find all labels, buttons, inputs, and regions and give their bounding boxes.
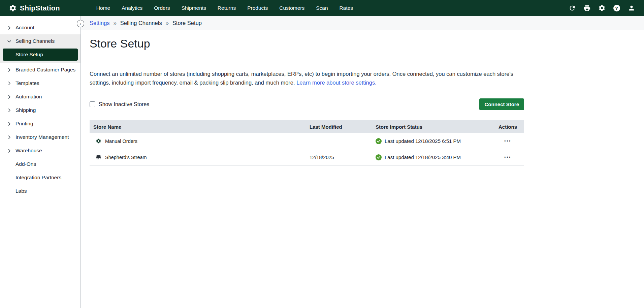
sidebar-item-integration-partners[interactable]: Integration Partners [0,171,80,184]
chevron-right-icon [7,81,12,86]
sidebar-item-label: Shipping [15,107,36,113]
breadcrumb-store-setup: Store Setup [172,20,202,26]
nav-orders[interactable]: Orders [154,5,170,11]
gear-icon [598,4,606,12]
sidebar-item-branded-customer-pages[interactable]: Branded Customer Pages [0,63,80,76]
nav-home[interactable]: Home [96,5,110,11]
refresh-button[interactable] [568,4,576,12]
chevron-right-icon [7,148,12,153]
table-row[interactable]: Manual Orders Last updated 12/18/2025 6:… [90,133,524,149]
page-title: Store Setup [90,37,524,50]
breadcrumb-separator: » [166,20,169,26]
stores-table: Store Name Last Modified Store Import St… [90,120,524,165]
main-content: ‹ Settings » Selling Channels » Store Se… [81,16,644,308]
row-actions-button[interactable]: ••• [502,137,513,145]
nav-returns[interactable]: Returns [218,5,236,11]
storefront-icon [96,154,101,160]
topbar-icon-group: ? [568,4,635,12]
shipstation-logo[interactable]: ShipStation [9,4,60,12]
help-button[interactable]: ? [613,4,620,12]
nav-analytics[interactable]: Analytics [122,5,142,11]
row-actions-button[interactable]: ••• [502,153,513,161]
header-last-modified: Last Modified [306,124,372,130]
sidebar-item-templates[interactable]: Templates [0,76,80,90]
sidebar-item-label: Templates [15,80,39,86]
sidebar-item-store-setup[interactable]: Store Setup [3,49,78,61]
chevron-down-icon [7,39,12,44]
table-row[interactable]: Shepherd's Stream 12/18/2025 Last update… [90,149,524,165]
header-actions: Actions [491,124,524,130]
show-inactive-stores-checkbox[interactable]: Show Inactive Stores [90,101,149,107]
sidebar-item-label: Inventory Management [15,134,69,140]
chevron-right-icon [7,108,12,113]
user-icon [628,4,635,12]
sidebar-item-label: Automation [15,94,42,100]
breadcrumb-settings-link[interactable]: Settings [90,20,110,26]
nav-products[interactable]: Products [247,5,268,11]
checkbox-label: Show Inactive Stores [99,101,149,107]
breadcrumb-separator: » [114,20,117,26]
account-button[interactable] [627,4,635,12]
checkbox-icon[interactable] [90,101,95,107]
top-navigation-bar: ShipStation Home Analytics Orders Shipme… [0,0,644,16]
chevron-right-icon [7,67,12,72]
page-description: Connect an unlimited number of stores (i… [90,69,524,87]
last-modified-value: 12/18/2025 [306,155,372,160]
learn-more-link[interactable]: Learn more about store settings. [296,80,377,86]
nav-shipments[interactable]: Shipments [182,5,206,11]
connect-store-button[interactable]: Connect Store [479,98,524,110]
chevron-right-icon [7,135,12,140]
header-store-import-status: Store Import Status [372,124,491,130]
shipstation-gear-icon [96,138,101,144]
nav-customers[interactable]: Customers [279,5,304,11]
sidebar-item-printing[interactable]: Printing [0,117,80,130]
nav-rates[interactable]: Rates [340,5,353,11]
sidebar-item-label: Store Setup [15,52,43,58]
store-name: Manual Orders [105,138,137,144]
sidebar-item-add-ons[interactable]: Add-Ons [0,157,80,171]
sidebar-item-label: Warehouse [15,148,42,154]
check-circle-icon [376,138,382,144]
header-store-name: Store Name [90,124,306,130]
settings-sidebar: Account Selling Channels Store Setup Bra… [0,16,81,308]
breadcrumb: Settings » Selling Channels » Store Setu… [81,16,644,30]
refresh-icon [569,4,576,12]
sidebar-item-shipping[interactable]: Shipping [0,103,80,117]
sidebar-item-label: Printing [15,121,33,127]
main-nav: Home Analytics Orders Shipments Returns … [96,5,353,11]
title-divider [90,59,524,59]
help-icon: ? [613,5,620,11]
import-status-text: Last updated 12/18/2025 3:40 PM [385,154,461,160]
table-controls: Show Inactive Stores Connect Store [90,98,524,110]
chevron-right-icon [7,121,12,126]
sidebar-item-labs[interactable]: Labs [0,184,80,198]
sidebar-item-label: Branded Customer Pages [15,67,75,73]
brand-name: ShipStation [20,4,60,12]
sidebar-collapse-button[interactable]: ‹ [77,20,84,27]
check-circle-icon [376,154,382,160]
nav-scan[interactable]: Scan [316,5,328,11]
selling-channels-group: Selling Channels Store Setup [0,34,80,63]
print-button[interactable] [583,4,591,12]
print-icon [583,4,591,12]
shipstation-gear-icon [9,4,17,12]
table-header-row: Store Name Last Modified Store Import St… [90,120,524,133]
settings-button[interactable] [598,4,606,12]
sidebar-item-label: Account [15,25,34,31]
sidebar-item-warehouse[interactable]: Warehouse [0,144,80,157]
sidebar-item-label: Add-Ons [15,161,36,167]
import-status-text: Last updated 12/18/2025 6:51 PM [385,138,461,144]
sidebar-item-label: Selling Channels [15,38,55,44]
breadcrumb-selling-channels: Selling Channels [120,20,162,26]
chevron-right-icon [7,25,12,30]
chevron-right-icon [7,94,12,99]
sidebar-item-label: Integration Partners [15,175,61,181]
sidebar-item-selling-channels[interactable]: Selling Channels [0,34,80,48]
store-name: Shepherd's Stream [105,155,147,160]
sidebar-item-inventory-management[interactable]: Inventory Management [0,130,80,144]
sidebar-item-account[interactable]: Account [0,21,80,34]
sidebar-item-label: Labs [15,188,27,194]
sidebar-item-automation[interactable]: Automation [0,90,80,103]
